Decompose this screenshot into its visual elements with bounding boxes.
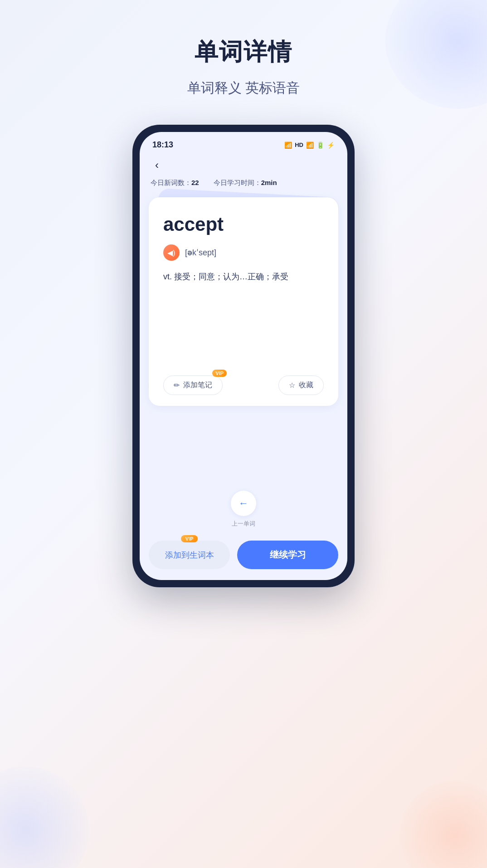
phone-frame: 18:13 📶 HD 📶 🔋 ⚡ ‹ 今日新词数：22: [132, 125, 355, 587]
add-note-button[interactable]: VIP ✏ 添加笔记: [163, 375, 223, 395]
back-arrow-icon: ‹: [155, 159, 159, 171]
prev-arrow-icon: ←: [239, 497, 248, 509]
page-subtitle: 单词释义 英标语音: [187, 79, 300, 98]
note-icon: ✏: [174, 381, 180, 390]
word-text: accept: [163, 214, 324, 235]
prev-label: 上一单词: [232, 520, 255, 528]
definition-text: vt. 接受；同意；认为…正确；承受: [163, 270, 324, 284]
pronunciation-row: ◀) [əkˈsept]: [163, 244, 324, 261]
card-area: accept ◀) [əkˈsept] vt. 接受；同意；认为…正确；承受 V…: [140, 193, 347, 483]
study-time-value: 2min: [261, 179, 277, 186]
sound-icon: ◀): [167, 249, 175, 257]
page-header: 单词详情 单词释义 英标语音: [187, 36, 300, 98]
prev-word-button[interactable]: ←: [231, 491, 256, 516]
phone-container: 18:13 📶 HD 📶 🔋 ⚡ ‹ 今日新词数：22: [132, 125, 355, 587]
vocab-vip-badge: VIP: [181, 535, 198, 542]
status-icons: 📶 HD 📶 🔋 ⚡: [284, 141, 335, 149]
phone-inner: 18:13 📶 HD 📶 🔋 ⚡ ‹ 今日新词数：22: [140, 132, 347, 580]
add-to-vocab-label: 添加到生词本: [165, 551, 214, 560]
note-vip-badge: VIP: [212, 370, 227, 377]
star-icon: ☆: [289, 381, 295, 390]
study-time-stat: 今日学习时间：2min: [214, 179, 277, 187]
phonetic-text: [əkˈsept]: [185, 248, 216, 258]
study-time-label: 今日学习时间：: [214, 179, 261, 186]
bg-blob-bottom-right: [400, 781, 487, 868]
add-note-label: 添加笔记: [183, 380, 212, 390]
word-card: accept ◀) [əkˈsept] vt. 接受；同意；认为…正确；承受 V…: [149, 197, 338, 406]
favorite-button[interactable]: ☆ 收藏: [278, 375, 324, 395]
new-words-stat: 今日新词数：22: [151, 179, 199, 187]
bottom-buttons: VIP 添加到生词本 继续学习: [140, 535, 347, 580]
card-actions: VIP ✏ 添加笔记 ☆ 收藏: [163, 365, 324, 395]
signal-icon: 📶: [306, 141, 314, 149]
back-button[interactable]: ‹: [149, 157, 165, 173]
hd-label: HD: [295, 141, 303, 148]
new-words-value: 22: [191, 179, 199, 186]
bg-blob-top-right: [385, 0, 487, 109]
add-to-vocab-button[interactable]: VIP 添加到生词本: [149, 541, 230, 569]
continue-learning-label: 继续学习: [270, 550, 306, 560]
continue-learning-button[interactable]: 继续学习: [237, 541, 338, 569]
back-area: ‹: [140, 153, 347, 173]
battery-icon: 🔋: [317, 141, 324, 149]
wifi-icon: 📶: [284, 141, 292, 149]
nav-area: ← 上一单词: [140, 483, 347, 535]
page-title: 单词详情: [187, 36, 300, 68]
bg-blob-bottom-left: [0, 766, 89, 868]
new-words-label: 今日新词数：: [151, 179, 191, 186]
charging-icon: ⚡: [327, 141, 335, 149]
sound-button[interactable]: ◀): [163, 244, 180, 261]
status-bar: 18:13 📶 HD 📶 🔋 ⚡: [140, 132, 347, 153]
status-time: 18:13: [152, 140, 173, 150]
favorite-label: 收藏: [299, 380, 313, 390]
